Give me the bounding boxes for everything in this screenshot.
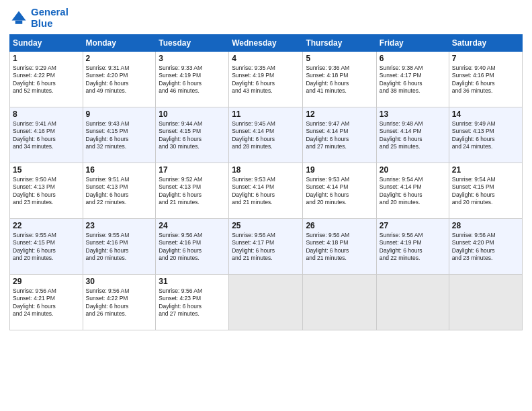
calendar-cell: 23Sunrise: 9:55 AMSunset: 4:16 PMDayligh… [83,219,156,275]
calendar-cell: 18Sunrise: 9:53 AMSunset: 4:14 PMDayligh… [229,163,303,219]
calendar-cell: 7Sunrise: 9:40 AMSunset: 4:16 PMDaylight… [449,52,522,107]
day-number: 12 [306,109,373,119]
day-info: Sunrise: 9:54 AMSunset: 4:14 PMDaylight:… [380,176,446,207]
logo-icon [9,9,28,28]
calendar-cell: 29Sunrise: 9:56 AMSunset: 4:21 PMDayligh… [10,275,83,330]
day-number: 21 [452,165,519,175]
day-number: 20 [380,165,446,175]
day-number: 22 [13,221,80,230]
calendar-day-header: Friday [376,35,449,52]
day-info: Sunrise: 9:53 AMSunset: 4:14 PMDaylight:… [232,176,300,207]
day-info: Sunrise: 9:56 AMSunset: 4:17 PMDaylight:… [232,232,300,263]
day-number: 6 [380,54,446,63]
day-number: 19 [306,165,373,175]
day-info: Sunrise: 9:38 AMSunset: 4:17 PMDaylight:… [380,64,446,95]
day-number: 1 [13,54,80,63]
calendar-cell: 19Sunrise: 9:53 AMSunset: 4:14 PMDayligh… [303,163,376,219]
calendar-day-header: Wednesday [229,35,303,52]
calendar-cell: 31Sunrise: 9:56 AMSunset: 4:23 PMDayligh… [156,275,229,330]
day-info: Sunrise: 9:56 AMSunset: 4:22 PMDaylight:… [86,287,153,318]
day-info: Sunrise: 9:31 AMSunset: 4:20 PMDaylight:… [86,64,153,95]
day-number: 18 [232,165,300,175]
calendar-cell: 14Sunrise: 9:49 AMSunset: 4:13 PMDayligh… [449,107,522,163]
day-number: 2 [86,54,153,63]
day-info: Sunrise: 9:45 AMSunset: 4:14 PMDaylight:… [232,120,300,151]
day-number: 7 [452,54,519,63]
day-info: Sunrise: 9:56 AMSunset: 4:18 PMDaylight:… [306,232,373,263]
calendar-cell: 17Sunrise: 9:52 AMSunset: 4:13 PMDayligh… [156,163,229,219]
day-number: 3 [159,54,226,63]
calendar-cell: 1Sunrise: 9:29 AMSunset: 4:22 PMDaylight… [10,52,83,107]
calendar-day-header: Thursday [303,35,376,52]
day-number: 24 [159,221,226,230]
calendar-cell: 6Sunrise: 9:38 AMSunset: 4:17 PMDaylight… [376,52,449,107]
day-number: 9 [86,109,153,119]
calendar-cell: 9Sunrise: 9:43 AMSunset: 4:15 PMDaylight… [83,107,156,163]
calendar-week-row: 8Sunrise: 9:41 AMSunset: 4:16 PMDaylight… [10,107,523,163]
day-number: 13 [380,109,446,119]
svg-rect-1 [15,20,23,24]
day-info: Sunrise: 9:55 AMSunset: 4:15 PMDaylight:… [13,232,80,263]
day-number: 27 [380,221,446,230]
calendar-cell [303,275,376,330]
day-number: 5 [306,54,373,63]
day-info: Sunrise: 9:43 AMSunset: 4:15 PMDaylight:… [86,120,153,151]
calendar-cell: 4Sunrise: 9:35 AMSunset: 4:19 PMDaylight… [229,52,303,107]
logo-text: General Blue [31,7,69,29]
day-number: 30 [86,277,153,286]
day-number: 26 [306,221,373,230]
logo: General Blue [9,7,69,29]
day-number: 10 [159,109,226,119]
calendar-cell: 24Sunrise: 9:56 AMSunset: 4:16 PMDayligh… [156,219,229,275]
day-info: Sunrise: 9:55 AMSunset: 4:16 PMDaylight:… [86,232,153,263]
day-info: Sunrise: 9:33 AMSunset: 4:19 PMDaylight:… [159,64,226,95]
day-number: 8 [13,109,80,119]
calendar-day-header: Saturday [449,35,522,52]
calendar-week-row: 29Sunrise: 9:56 AMSunset: 4:21 PMDayligh… [10,275,523,330]
svg-marker-0 [12,11,26,20]
day-info: Sunrise: 9:40 AMSunset: 4:16 PMDaylight:… [452,64,519,95]
calendar-cell [229,275,303,330]
day-info: Sunrise: 9:56 AMSunset: 4:16 PMDaylight:… [159,232,226,263]
calendar-cell: 10Sunrise: 9:44 AMSunset: 4:15 PMDayligh… [156,107,229,163]
day-info: Sunrise: 9:47 AMSunset: 4:14 PMDaylight:… [306,120,373,151]
day-info: Sunrise: 9:53 AMSunset: 4:14 PMDaylight:… [306,176,373,207]
calendar-cell: 13Sunrise: 9:48 AMSunset: 4:14 PMDayligh… [376,107,449,163]
day-info: Sunrise: 9:41 AMSunset: 4:16 PMDaylight:… [13,120,80,151]
calendar-cell: 22Sunrise: 9:55 AMSunset: 4:15 PMDayligh… [10,219,83,275]
day-number: 31 [159,277,226,286]
calendar-week-row: 22Sunrise: 9:55 AMSunset: 4:15 PMDayligh… [10,219,523,275]
calendar-header-row: SundayMondayTuesdayWednesdayThursdayFrid… [10,35,523,52]
day-number: 11 [232,109,300,119]
calendar-cell: 26Sunrise: 9:56 AMSunset: 4:18 PMDayligh… [303,219,376,275]
day-info: Sunrise: 9:35 AMSunset: 4:19 PMDaylight:… [232,64,300,95]
calendar-cell: 15Sunrise: 9:50 AMSunset: 4:13 PMDayligh… [10,163,83,219]
calendar-cell: 2Sunrise: 9:31 AMSunset: 4:20 PMDaylight… [83,52,156,107]
day-number: 4 [232,54,300,63]
day-info: Sunrise: 9:48 AMSunset: 4:14 PMDaylight:… [380,120,446,151]
day-info: Sunrise: 9:52 AMSunset: 4:13 PMDaylight:… [159,176,226,207]
header: General Blue [9,7,523,29]
day-number: 16 [86,165,153,175]
day-number: 14 [452,109,519,119]
calendar-week-row: 1Sunrise: 9:29 AMSunset: 4:22 PMDaylight… [10,52,523,107]
calendar-cell: 28Sunrise: 9:56 AMSunset: 4:20 PMDayligh… [449,219,522,275]
calendar-day-header: Sunday [10,35,83,52]
day-info: Sunrise: 9:56 AMSunset: 4:21 PMDaylight:… [13,287,80,318]
day-number: 28 [452,221,519,230]
day-info: Sunrise: 9:56 AMSunset: 4:20 PMDaylight:… [452,232,519,263]
calendar-cell: 5Sunrise: 9:36 AMSunset: 4:18 PMDaylight… [303,52,376,107]
calendar-cell: 16Sunrise: 9:51 AMSunset: 4:13 PMDayligh… [83,163,156,219]
calendar-cell: 27Sunrise: 9:56 AMSunset: 4:19 PMDayligh… [376,219,449,275]
day-number: 23 [86,221,153,230]
calendar-cell: 30Sunrise: 9:56 AMSunset: 4:22 PMDayligh… [83,275,156,330]
calendar-cell [376,275,449,330]
calendar-table: SundayMondayTuesdayWednesdayThursdayFrid… [9,34,523,330]
calendar-cell [449,275,522,330]
calendar-cell: 8Sunrise: 9:41 AMSunset: 4:16 PMDaylight… [10,107,83,163]
calendar-cell: 21Sunrise: 9:54 AMSunset: 4:15 PMDayligh… [449,163,522,219]
calendar-cell: 11Sunrise: 9:45 AMSunset: 4:14 PMDayligh… [229,107,303,163]
calendar-cell: 12Sunrise: 9:47 AMSunset: 4:14 PMDayligh… [303,107,376,163]
day-info: Sunrise: 9:56 AMSunset: 4:19 PMDaylight:… [380,232,446,263]
day-number: 29 [13,277,80,286]
